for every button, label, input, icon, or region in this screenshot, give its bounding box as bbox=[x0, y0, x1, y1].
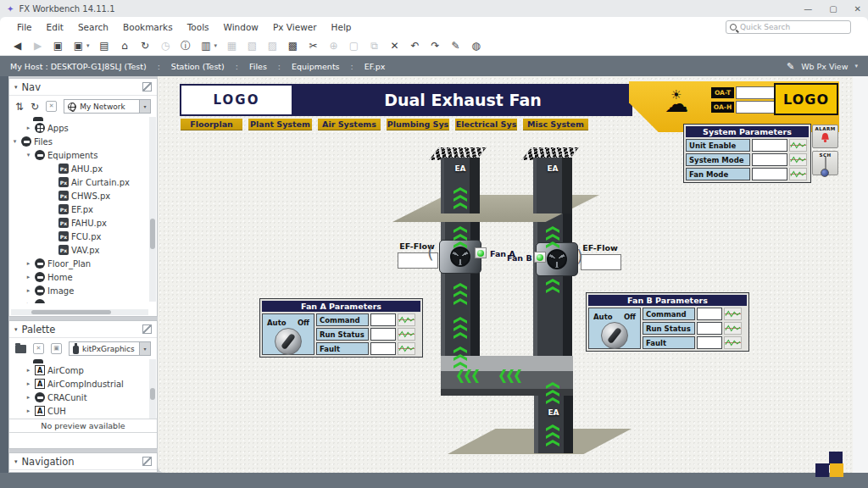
trend-icon[interactable] bbox=[724, 322, 742, 335]
nav-tree-item-fahu-px[interactable]: Px FAHU.px bbox=[9, 216, 157, 230]
schedule-button[interactable]: SCH bbox=[812, 151, 838, 175]
open-folder-caret-icon[interactable]: ▾ bbox=[214, 42, 218, 49]
trend-icon[interactable] bbox=[789, 139, 807, 152]
expand-arrow-icon[interactable]: ▸ bbox=[25, 260, 32, 267]
unit-enable-value[interactable] bbox=[752, 139, 787, 152]
expand-arrow-icon[interactable]: ▸ bbox=[25, 380, 32, 387]
palette-module-select[interactable]: kitPxGraphics ▾ bbox=[69, 341, 151, 356]
collapse-arrow-icon[interactable]: ▾ bbox=[25, 152, 32, 158]
misc-system-button[interactable]: Misc System bbox=[523, 119, 588, 130]
sort-icon[interactable]: ⇅ bbox=[15, 101, 24, 113]
collapse-caret-icon[interactable]: ▾ bbox=[14, 84, 18, 91]
collapse-caret-icon[interactable]: ▾ bbox=[14, 458, 18, 465]
add-icon[interactable]: ⊕ bbox=[328, 40, 339, 52]
rotary-knob[interactable] bbox=[275, 328, 302, 355]
px-edit-icon[interactable]: ✎ bbox=[787, 61, 794, 72]
fan-b-command-value[interactable] bbox=[697, 308, 722, 320]
trend-icon[interactable] bbox=[398, 328, 415, 341]
expand-arrow-icon[interactable]: ▸ bbox=[25, 125, 32, 131]
ef-flow-right-value[interactable] bbox=[581, 254, 621, 270]
search-input[interactable] bbox=[740, 23, 833, 31]
network-select-caret-icon[interactable]: ▾ bbox=[139, 100, 150, 113]
palette-panel-header[interactable]: ▾ Palette bbox=[9, 321, 157, 338]
edit-icon[interactable]: ✎ bbox=[450, 40, 461, 52]
cut-icon[interactable]: ✂ bbox=[308, 40, 319, 52]
fan-a-status-led[interactable] bbox=[475, 247, 487, 258]
nav-tree-item-fcu-px[interactable]: Px FCU.px bbox=[9, 230, 157, 243]
floorplan-button[interactable]: Floorplan bbox=[181, 119, 242, 130]
nav-tree-item-partial[interactable]: ▸ bbox=[9, 297, 157, 303]
nav-tree-item-air-curtain-px[interactable]: Px Air Curtain.px bbox=[9, 175, 157, 189]
expand-arrow-icon[interactable]: ▸ bbox=[25, 301, 32, 303]
menu-tools[interactable]: Tools bbox=[187, 22, 209, 32]
new-tab-icon[interactable]: ▣ bbox=[53, 40, 64, 52]
collapse-caret-icon[interactable]: ▾ bbox=[14, 326, 18, 333]
system-mode-value[interactable] bbox=[752, 153, 787, 166]
fan-a-command-value[interactable] bbox=[370, 313, 396, 326]
back-icon[interactable]: ◀ bbox=[12, 40, 23, 52]
redo-icon[interactable]: ↷ bbox=[430, 40, 441, 52]
expand-panel-icon[interactable] bbox=[142, 457, 152, 466]
delete-icon[interactable]: ✕ bbox=[389, 40, 400, 52]
expand-arrow-icon[interactable]: ▸ bbox=[25, 408, 32, 414]
nav-refresh-icon[interactable]: ↻ bbox=[31, 101, 39, 113]
scrollbar-thumb[interactable] bbox=[31, 310, 111, 314]
palette-item-aircomp[interactable]: ▸ A AirComp bbox=[9, 363, 157, 377]
trend-icon[interactable] bbox=[398, 342, 415, 355]
palette-item-aircompindustrial[interactable]: ▸ A AirCompIndustrial bbox=[9, 377, 157, 391]
nav-vertical-scrollbar[interactable] bbox=[149, 117, 156, 302]
tab-options-icon[interactable]: ▣ bbox=[73, 40, 84, 52]
forward-icon[interactable]: ▶ bbox=[32, 40, 43, 52]
undo-icon[interactable]: ↶ bbox=[409, 40, 420, 52]
trend-icon[interactable] bbox=[724, 308, 742, 320]
scrollbar-thumb[interactable] bbox=[150, 388, 155, 400]
menu-file[interactable]: File bbox=[17, 22, 32, 32]
alarm-button[interactable]: ALARM bbox=[812, 125, 838, 148]
breadcrumb-host[interactable]: My Host : DESKTOP-G1J8SLJ (Test) bbox=[10, 62, 147, 71]
palette-item-cracunit[interactable]: ▸ CRACunit bbox=[9, 391, 157, 404]
nav-tree-item-apps[interactable]: ▸ Apps bbox=[9, 121, 157, 135]
expand-panel-icon[interactable] bbox=[142, 82, 152, 92]
paste-icon[interactable]: ▢ bbox=[348, 40, 359, 52]
import-icon[interactable]: ▩ bbox=[287, 40, 298, 52]
view-selector[interactable]: Wb Px View bbox=[801, 62, 848, 71]
copy-icon[interactable]: ⧉ bbox=[369, 40, 380, 52]
breadcrumb-files[interactable]: Files bbox=[249, 62, 267, 71]
quick-search[interactable] bbox=[726, 20, 851, 34]
menu-search[interactable]: Search bbox=[78, 22, 108, 32]
fan-mode-value[interactable] bbox=[752, 168, 787, 180]
nav-tree-item-equipments[interactable]: ▾ Equipments bbox=[9, 148, 157, 162]
nav-horizontal-scrollbar[interactable] bbox=[11, 309, 148, 315]
air-systems-button[interactable]: Air Systems bbox=[318, 119, 381, 130]
view-selector-caret-icon[interactable]: ▾ bbox=[854, 63, 858, 69]
trend-icon[interactable] bbox=[789, 168, 807, 180]
menu-window[interactable]: Window bbox=[224, 22, 259, 32]
menu-bookmarks[interactable]: Bookmarks bbox=[123, 22, 173, 32]
network-select[interactable]: My Network ▾ bbox=[64, 99, 151, 114]
open-folder-icon[interactable]: ▥ bbox=[201, 40, 212, 52]
fan-b-run-status-value[interactable] bbox=[697, 322, 722, 335]
nav-tree-item-image[interactable]: ▸ Image bbox=[9, 284, 157, 297]
open-palette-icon[interactable] bbox=[15, 345, 26, 353]
close-button[interactable]: ✕ bbox=[854, 4, 861, 14]
menu-help[interactable]: Help bbox=[331, 22, 352, 32]
tab-options-caret-icon[interactable]: ▾ bbox=[86, 42, 90, 49]
palette-item-cuh[interactable]: ▸ A CUH bbox=[9, 404, 157, 418]
breadcrumb-station[interactable]: Station (Test) bbox=[171, 62, 225, 71]
trend-icon[interactable] bbox=[398, 313, 415, 326]
breadcrumb-equipments[interactable]: Equipments bbox=[292, 62, 340, 71]
trend-icon[interactable] bbox=[724, 336, 742, 349]
menu-edit[interactable]: Edit bbox=[47, 22, 64, 32]
nav-tree-item-floor-plan[interactable]: ▸ Floor_Plan bbox=[9, 257, 157, 270]
rotary-knob[interactable] bbox=[601, 322, 628, 349]
electrical-sys-button[interactable]: Electrical Sys bbox=[455, 119, 517, 130]
nav-tree-item-ahu-px[interactable]: Px AHU.px bbox=[9, 162, 157, 175]
trend-icon[interactable] bbox=[789, 153, 807, 166]
breadcrumb-efpx[interactable]: EF.px bbox=[364, 62, 386, 71]
plumbing-sys-button[interactable]: Plumbing Sys bbox=[387, 119, 449, 130]
copy-palette-icon[interactable]: ▣ bbox=[51, 343, 62, 354]
export-icon[interactable]: ▨ bbox=[267, 40, 278, 52]
globe-icon[interactable]: ◍ bbox=[470, 40, 481, 52]
close-palette-icon[interactable]: ✕ bbox=[33, 343, 44, 354]
refresh-icon[interactable]: ↻ bbox=[140, 40, 151, 52]
